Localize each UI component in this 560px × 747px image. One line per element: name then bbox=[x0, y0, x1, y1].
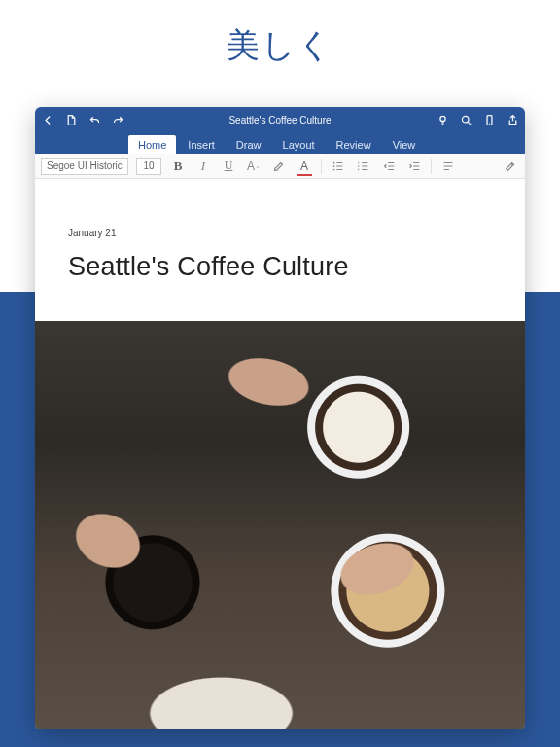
svg-point-0 bbox=[439, 116, 444, 121]
font-format-button[interactable]: A⌄ bbox=[245, 158, 262, 175]
font-size-select[interactable]: 10 bbox=[136, 158, 161, 175]
svg-point-5 bbox=[333, 168, 335, 170]
ribbon-tabs: Home Insert Draw Layout Review View bbox=[35, 132, 525, 154]
font-name-select[interactable]: Segoe UI Historic bbox=[41, 158, 128, 175]
outdent-button[interactable] bbox=[380, 158, 398, 175]
redo-button[interactable] bbox=[111, 114, 124, 126]
tab-view[interactable]: View bbox=[383, 135, 426, 154]
lightbulb-icon[interactable] bbox=[436, 114, 449, 126]
image-detail bbox=[299, 507, 456, 632]
separator bbox=[321, 159, 322, 174]
paragraph-button[interactable] bbox=[439, 158, 457, 175]
tab-review[interactable]: Review bbox=[327, 135, 381, 154]
svg-point-1 bbox=[462, 116, 469, 123]
bold-button[interactable]: B bbox=[169, 158, 187, 175]
tab-home[interactable]: Home bbox=[128, 135, 176, 154]
svg-point-4 bbox=[333, 165, 335, 167]
mobile-icon[interactable] bbox=[482, 114, 496, 126]
promo-tagline: 美しく bbox=[0, 0, 560, 97]
document-heading: Seattle's Coffee Culture bbox=[68, 252, 492, 282]
bullet-list-button[interactable] bbox=[330, 158, 347, 175]
tab-draw[interactable]: Draw bbox=[227, 135, 271, 154]
document-title: Seattle's Coffee Culture bbox=[124, 115, 436, 125]
highlight-button[interactable] bbox=[270, 158, 288, 175]
image-detail bbox=[215, 335, 345, 435]
tab-insert[interactable]: Insert bbox=[178, 135, 225, 154]
share-icon[interactable] bbox=[506, 114, 519, 126]
image-detail bbox=[35, 471, 186, 611]
svg-point-3 bbox=[333, 161, 335, 163]
document-image bbox=[35, 321, 525, 729]
tab-layout[interactable]: Layout bbox=[273, 135, 325, 154]
titlebar: Seattle's Coffee Culture bbox=[35, 107, 525, 132]
indent-button[interactable] bbox=[405, 158, 423, 175]
formatting-toolbar: Segoe UI Historic 10 B I U A⌄ A bbox=[35, 154, 525, 179]
separator bbox=[431, 159, 432, 174]
back-button[interactable] bbox=[41, 114, 54, 126]
underline-button[interactable]: U bbox=[220, 158, 237, 175]
document-date: January 21 bbox=[68, 228, 492, 238]
search-icon[interactable] bbox=[459, 114, 472, 126]
styles-button[interactable] bbox=[502, 158, 519, 175]
numbered-list-button[interactable] bbox=[355, 158, 372, 175]
italic-button[interactable]: I bbox=[194, 158, 212, 175]
file-icon[interactable] bbox=[64, 114, 78, 126]
undo-button[interactable] bbox=[88, 114, 101, 126]
app-window: Seattle's Coffee Culture Home Insert Dra… bbox=[35, 107, 525, 729]
font-color-button[interactable]: A bbox=[296, 158, 313, 175]
